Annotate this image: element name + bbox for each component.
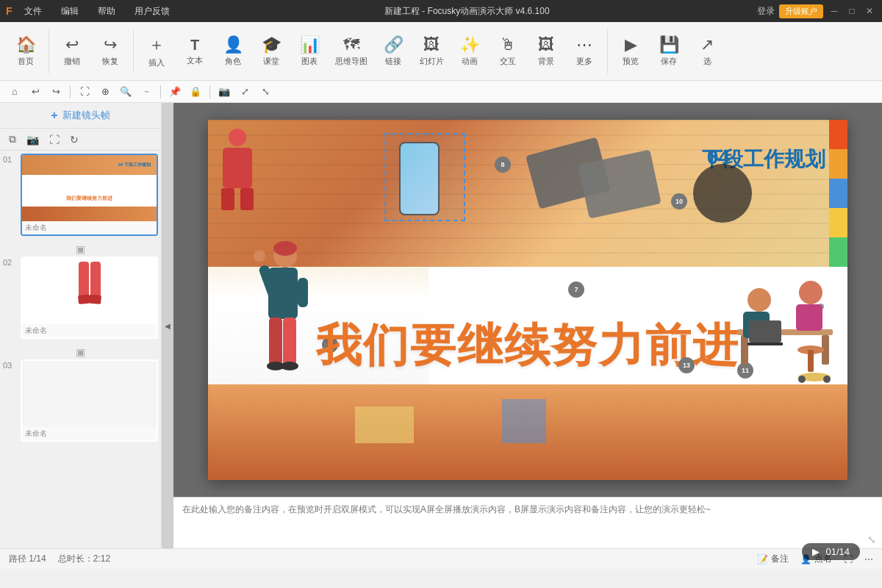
notes-expand-button[interactable]: ⤡ xyxy=(867,534,876,545)
tool-background[interactable]: 🖼 背景 xyxy=(528,32,564,70)
canvas-background: 04 下段工作规划 xyxy=(173,103,882,497)
tool-chart[interactable]: 📊 图表 xyxy=(291,32,328,70)
strip-2 xyxy=(829,149,847,179)
node-13[interactable]: 13 xyxy=(678,357,695,373)
notes-button[interactable]: 📝 备注 xyxy=(757,553,789,565)
tool-link[interactable]: 🔗 链接 xyxy=(375,32,412,70)
more-icon: ⋯ xyxy=(576,35,592,54)
tool-insert[interactable]: ＋ 插入 xyxy=(138,31,175,71)
sec-fit-btn[interactable]: ⛶ xyxy=(76,83,93,101)
frame-action-4[interactable]: ↻ xyxy=(67,132,82,147)
save-icon: 💾 xyxy=(659,35,679,54)
classroom-icon: 🎓 xyxy=(262,35,282,54)
tool-character-label: 角色 xyxy=(225,56,241,67)
tool-mindmap-label: 思维导图 xyxy=(335,56,368,67)
collapse-arrow-icon: ◀ xyxy=(165,322,171,330)
upgrade-button[interactable]: 升级账户 xyxy=(779,4,823,18)
tool-animation-label: 动画 xyxy=(462,56,478,67)
toolbar-divider-2 xyxy=(133,29,134,74)
node-10[interactable]: 10 xyxy=(671,193,687,209)
office-item-1 xyxy=(355,406,414,443)
menu-edit[interactable]: 编辑 xyxy=(54,3,86,20)
tool-undo[interactable]: ↩ 撤销 xyxy=(54,32,90,70)
insert-icon: ＋ xyxy=(148,34,165,56)
tool-home[interactable]: 🏠 首页 xyxy=(7,32,44,70)
slide-thumb-wrap-3[interactable]: 未命名 xyxy=(21,359,158,442)
menu-help[interactable]: 帮助 xyxy=(90,3,123,20)
slide-icon: 🖼 xyxy=(423,35,440,54)
chart-icon: 📊 xyxy=(300,35,320,54)
svg-point-4 xyxy=(229,129,246,146)
duration-info: 总时长：2:12 xyxy=(58,553,110,565)
tool-home-label: 首页 xyxy=(18,56,34,67)
sec-redo-btn[interactable]: ↪ xyxy=(47,83,65,101)
separator-icon-2: ▣ xyxy=(76,346,85,358)
tool-save[interactable]: 💾 保存 xyxy=(650,32,687,70)
frame-action-3[interactable]: ⛶ xyxy=(46,132,62,147)
camera-button[interactable]: 📷 xyxy=(24,132,42,147)
tool-slide[interactable]: 🖼 幻灯片 xyxy=(413,32,450,70)
main-area: + 新建镜头帧 ⧉ 📷 ⛶ ↻ 01 04 下段工作规划 我们要继续努力前进 xyxy=(0,103,882,548)
menu-file[interactable]: 文件 xyxy=(17,3,49,20)
tool-classroom[interactable]: 🎓 课堂 xyxy=(253,32,290,70)
sec-lock-btn[interactable]: 🔒 xyxy=(187,83,204,101)
tool-more[interactable]: ⋯ 更多 xyxy=(566,32,603,70)
page-info: 路径 1/14 xyxy=(9,553,46,565)
sec-pin-btn[interactable]: 📌 xyxy=(166,83,184,101)
slide2-label: 未命名 xyxy=(22,324,157,337)
canvas-scroll[interactable]: 04 下段工作规划 xyxy=(173,103,882,497)
sec-photo-btn[interactable]: 📷 xyxy=(215,83,233,101)
sec-zoom-out-btn[interactable]: － xyxy=(137,83,155,101)
preview-icon: ▶ xyxy=(625,35,637,54)
tool-mindmap[interactable]: 🗺 思维导图 xyxy=(329,32,373,70)
character-icon: 👤 xyxy=(223,35,243,54)
tool-interact[interactable]: 🖱 交互 xyxy=(490,32,526,70)
titlebar-left: F 文件 编辑 帮助 用户反馈 xyxy=(6,3,177,20)
panel-collapse-button[interactable]: ◀ xyxy=(162,103,173,548)
settings-button[interactable]: ⋯ xyxy=(864,554,873,564)
selection-box xyxy=(384,133,465,221)
mindmap-icon: 🗺 xyxy=(343,35,359,54)
play-icon: ▶ xyxy=(812,546,820,557)
strip-5 xyxy=(829,237,847,267)
playback-count: 01/14 xyxy=(825,546,850,557)
slide-thumb-wrap-2[interactable]: 未命名 xyxy=(21,257,158,339)
tool-preview[interactable]: ▶ 预览 xyxy=(612,32,649,70)
node-8[interactable]: 8 xyxy=(495,157,511,173)
slide1-header: 04 下段工作规划 xyxy=(22,155,157,175)
redo-icon: ↪ xyxy=(104,35,117,54)
sec-expand-btn[interactable]: ⤢ xyxy=(236,83,254,101)
slide-thumb-wrap-1[interactable]: 04 下段工作规划 我们要继续努力前进 未命名 xyxy=(21,154,158,236)
tool-redo[interactable]: ↪ 恢复 xyxy=(92,32,129,70)
sec-zoom-in-btn[interactable]: 🔍 xyxy=(117,83,135,101)
sec-collapse-btn[interactable]: ⤡ xyxy=(257,83,274,101)
tool-character[interactable]: 👤 角色 xyxy=(215,32,251,70)
sec-frame-btn[interactable]: ⊕ xyxy=(96,83,114,101)
sec-undo-btn[interactable]: ↩ xyxy=(26,83,44,101)
node-7[interactable]: 7 xyxy=(568,282,584,298)
tool-animation[interactable]: ✨ 动画 xyxy=(451,32,488,70)
close-button[interactable]: ✕ xyxy=(863,4,876,18)
maximize-button[interactable]: □ xyxy=(845,4,858,18)
tool-link-label: 链接 xyxy=(385,56,401,67)
slide1-label: 未命名 xyxy=(22,221,157,234)
notes-input[interactable] xyxy=(182,503,873,542)
slide-item-3[interactable]: 03 未命名 xyxy=(3,359,158,442)
new-frame-button[interactable]: + 新建镜头帧 xyxy=(0,103,161,129)
export-icon: ↗ xyxy=(700,35,714,54)
minimize-button[interactable]: ─ xyxy=(828,4,841,18)
slide-item-1[interactable]: 01 04 下段工作规划 我们要继续努力前进 未命名 xyxy=(3,154,158,236)
tool-text[interactable]: T 文本 xyxy=(176,34,213,69)
login-button[interactable]: 登录 xyxy=(757,5,775,18)
menu-feedback[interactable]: 用户反馈 xyxy=(127,3,177,20)
sec-home-btn[interactable]: ⌂ xyxy=(6,83,24,101)
office-people xyxy=(693,263,840,388)
svg-point-9 xyxy=(273,241,297,256)
slide-item-2[interactable]: 02 未命名 xyxy=(3,257,158,339)
separator-icon-1: ▣ xyxy=(76,243,85,255)
toolbar-divider-1 xyxy=(49,29,49,74)
slide3-label: 未命名 xyxy=(22,427,157,440)
tool-export[interactable]: ↗ 选 xyxy=(689,32,725,70)
slide-canvas[interactable]: 04 下段工作规划 xyxy=(208,120,847,480)
copy-frame-button[interactable]: ⧉ xyxy=(6,132,19,147)
